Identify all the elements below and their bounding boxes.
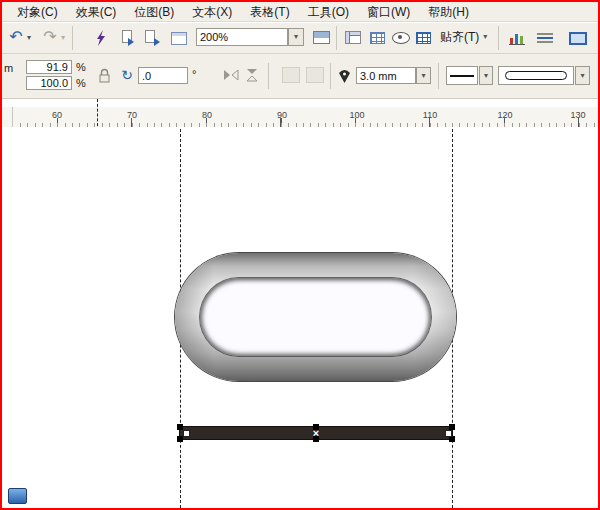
line-style-preview[interactable] [446, 66, 478, 85]
options-button[interactable] [536, 31, 554, 45]
welcome-screen-button[interactable] [170, 30, 188, 46]
toolbar-separator [72, 26, 73, 50]
tube-pill-shape[interactable] [175, 253, 456, 381]
menu-bar: 对象(C) 效果(C) 位图(B) 文本(X) 表格(T) 工具(O) 窗口(W… [2, 2, 598, 22]
menu-object[interactable]: 对象(C) [8, 2, 67, 22]
coreldraw-window: 对象(C) 效果(C) 位图(B) 文本(X) 表格(T) 工具(O) 窗口(W… [0, 0, 600, 510]
rulers-icon [345, 31, 361, 44]
degree-symbol: ° [192, 68, 196, 80]
show-rulers-button[interactable] [344, 30, 362, 45]
menu-bitmaps[interactable]: 位图(B) [125, 2, 183, 22]
line-style-sample-icon [450, 75, 474, 77]
mirror-vertical-button[interactable] [244, 67, 262, 83]
outline-shape-caret-icon: ▾ [580, 72, 584, 80]
mirror-horizontal-button[interactable] [222, 67, 240, 83]
propbar-separator [330, 63, 331, 89]
drawing-canvas[interactable]: × [2, 127, 598, 508]
export-arrow-icon [154, 38, 160, 46]
grid-icon [370, 32, 385, 44]
rotation-icon: ↻ [121, 68, 133, 82]
zoom-level-value: 200% [200, 31, 228, 43]
menu-tools[interactable]: 工具(O) [299, 2, 358, 22]
redo-icon: ↷ [43, 29, 56, 45]
toolbar-separator [336, 26, 337, 50]
show-guidelines-button[interactable] [392, 32, 410, 44]
property-bar: m 91.9 % 100.0 % ↻ .0 ° [2, 54, 598, 99]
lock-icon [97, 67, 112, 84]
outline-width-caret-icon: ▾ [421, 72, 425, 80]
mirror-vertical-icon [245, 68, 261, 82]
outline-shape-preview[interactable] [498, 66, 574, 85]
monitor-icon [569, 32, 587, 45]
snap-grid-icon [416, 32, 431, 44]
scale-vertical-percent: % [76, 77, 86, 89]
snap-to-dropdown-button[interactable]: 贴齐(T) ▾ [436, 27, 491, 47]
snap-to-grid-button[interactable] [414, 30, 432, 45]
page-navigator-icon[interactable] [8, 488, 27, 504]
horizontal-ruler[interactable]: 60 70 80 90 100 110 120 130 [2, 107, 598, 128]
propbar-separator [438, 63, 439, 89]
zoom-level-input[interactable]: 200% [196, 28, 288, 46]
fullscreen-preview-icon [313, 31, 330, 44]
menu-effects[interactable]: 效果(C) [67, 2, 126, 22]
disabled-wrap-button [282, 67, 300, 83]
eye-icon [392, 32, 410, 44]
disabled-order-button [306, 67, 324, 83]
outline-width-input[interactable]: 3.0 mm [356, 67, 416, 84]
show-grid-button[interactable] [368, 30, 386, 45]
outline-pen-button[interactable] [336, 65, 352, 85]
outline-width-value: 3.0 mm [360, 70, 397, 82]
scale-horizontal-percent: % [76, 61, 86, 73]
application-window-button[interactable] [568, 30, 588, 46]
snap-to-label: 贴齐(T) [440, 29, 479, 46]
line-style-dropdown-button[interactable]: ▾ [479, 66, 493, 85]
menu-help[interactable]: 帮助(H) [419, 2, 478, 22]
redo-button[interactable]: ↷ [40, 27, 60, 47]
export-button[interactable] [144, 29, 162, 47]
rotation-angle-value: .0 [142, 70, 151, 82]
welcome-screen-icon [171, 32, 187, 45]
undo-icon: ↶ [9, 29, 22, 45]
scale-vertical-input[interactable]: 100.0 [26, 76, 72, 90]
menu-table[interactable]: 表格(T) [241, 2, 298, 22]
scale-horizontal-input[interactable]: 91.9 [26, 60, 72, 74]
snap-caret-icon: ▾ [483, 33, 487, 41]
zoom-level-dropdown-button[interactable]: ▾ [288, 28, 304, 46]
object-center-marker[interactable]: × [310, 427, 322, 439]
outline-shape-dropdown-button[interactable]: ▾ [575, 66, 590, 85]
pen-nib-icon [338, 67, 351, 84]
undo-button[interactable]: ↶ [6, 27, 26, 47]
scale-horizontal-value: 91.9 [47, 61, 68, 73]
import-arrow-icon [128, 38, 134, 46]
scale-vertical-value: 100.0 [40, 77, 68, 89]
mirror-horizontal-icon [223, 68, 239, 82]
propbar-separator [268, 63, 269, 89]
node-marker-right[interactable] [445, 430, 452, 437]
launch-app-button[interactable] [508, 29, 526, 46]
fullscreen-preview-button[interactable] [312, 30, 331, 45]
launcher-bolt-icon [94, 30, 108, 46]
lock-ratio-button[interactable] [96, 66, 113, 85]
node-marker-left[interactable] [183, 430, 190, 437]
import-button[interactable] [120, 29, 138, 47]
outline-width-dropdown-button[interactable]: ▾ [416, 67, 431, 84]
options-lines-icon [537, 31, 553, 45]
toolbar-separator [498, 26, 499, 50]
chart-icon [509, 30, 525, 45]
menu-window[interactable]: 窗口(W) [358, 2, 419, 22]
rotation-angle-input[interactable]: .0 [138, 67, 188, 84]
standard-toolbar: ↶ ▾ ↷ ▾ 200% ▾ [2, 23, 598, 54]
undo-dropdown-caret-icon[interactable]: ▾ [27, 34, 31, 42]
rotation-button: ↻ [118, 66, 136, 84]
menu-text[interactable]: 文本(X) [183, 2, 241, 22]
rounded-outline-sample-icon [505, 71, 567, 80]
app-launcher-button[interactable] [92, 29, 110, 47]
tube-inner-hole [200, 278, 431, 356]
line-style-caret-icon: ▾ [484, 72, 488, 80]
zoom-caret-icon: ▾ [294, 33, 298, 41]
size-unit-fragment: m [4, 62, 13, 74]
redo-dropdown-caret-icon[interactable]: ▾ [61, 34, 65, 42]
